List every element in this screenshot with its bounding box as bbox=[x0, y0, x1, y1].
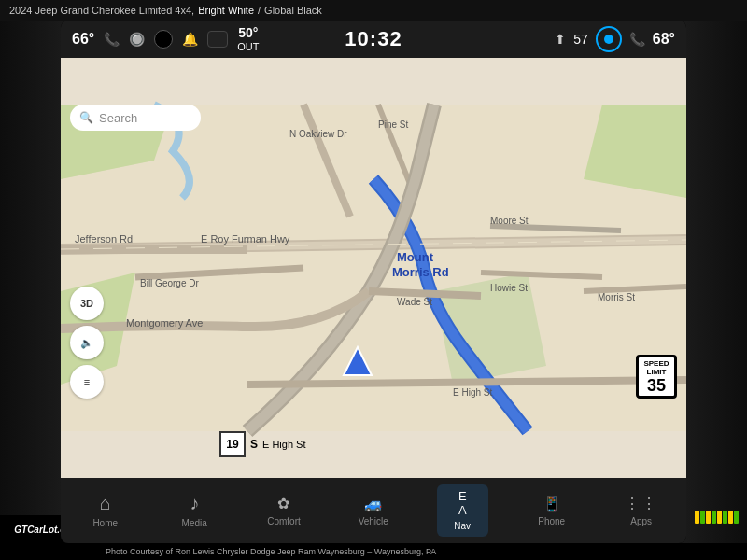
home-icon: ⌂ bbox=[100, 493, 111, 514]
phone-right-icon: 📞 bbox=[629, 32, 645, 47]
speed-limit-sign: SPEEDLIMIT 35 bbox=[636, 355, 677, 399]
comfort-icon: ✿ bbox=[277, 495, 289, 512]
top-bar: 2024 Jeep Grand Cherokee Limited 4x4, Br… bbox=[0, 0, 747, 21]
svg-text:Pine St: Pine St bbox=[378, 119, 408, 130]
route-direction: S bbox=[250, 438, 258, 451]
color1-label: Bright White bbox=[198, 5, 254, 16]
nav-label: Nav bbox=[454, 521, 471, 531]
svg-text:E High St: E High St bbox=[453, 387, 492, 398]
route-badge: 19 bbox=[219, 431, 246, 457]
vehicle-label: Vehicle bbox=[359, 516, 388, 526]
status-bar: 66° 📞 🔘 🔔 50° OUT 10:32 ⬆ 57 bbox=[61, 21, 686, 58]
nav-home[interactable]: ⌂ Home bbox=[79, 487, 131, 534]
svg-text:Wade St: Wade St bbox=[397, 297, 432, 307]
status-center: 10:32 bbox=[273, 27, 473, 51]
nav-apps[interactable]: ⋮⋮ Apps bbox=[615, 489, 668, 532]
route-sign: 19 S E High St bbox=[219, 431, 305, 457]
right-panel bbox=[686, 21, 747, 543]
outside-temp-value: 50° bbox=[238, 26, 258, 40]
photo-credit-text: Photo Courtesy of Ron Lewis Chrysler Dod… bbox=[106, 547, 436, 556]
volume-button[interactable]: 🔈 bbox=[70, 326, 104, 359]
vehicle-title: 2024 Jeep Grand Cherokee Limited 4x4, bbox=[9, 5, 194, 16]
volume-icon: 🔈 bbox=[80, 337, 93, 349]
search-icon: 🔍 bbox=[79, 111, 93, 124]
time-display: 10:32 bbox=[345, 27, 402, 51]
speed-value: 57 bbox=[573, 32, 588, 47]
3d-button[interactable]: 3D bbox=[70, 287, 104, 320]
speed-limit-label: SPEEDLIMIT bbox=[639, 359, 674, 377]
speed-limit-value: 35 bbox=[639, 377, 674, 394]
menu-button[interactable]: ≡ bbox=[70, 365, 104, 399]
svg-text:Montgomery Ave: Montgomery Ave bbox=[126, 317, 203, 329]
search-bar[interactable]: 🔍 Search bbox=[70, 105, 201, 131]
temp-right: 68° bbox=[653, 31, 675, 48]
status-left: 66° 📞 🔘 🔔 50° OUT bbox=[72, 26, 273, 51]
svg-text:Jefferson Rd: Jefferson Rd bbox=[75, 233, 133, 245]
svg-text:Moore St: Moore St bbox=[490, 216, 529, 226]
map-area: Jefferson Rd E Roy Furman Hwy Bill Georg… bbox=[61, 58, 686, 478]
bell-icon: 🔔 bbox=[182, 32, 198, 47]
apps-icon: ⋮⋮ bbox=[625, 495, 658, 512]
svg-text:N Oakview Dr: N Oakview Dr bbox=[289, 129, 347, 139]
svg-text:Morris Rd: Morris Rd bbox=[392, 265, 449, 279]
media-icon: ♪ bbox=[190, 493, 199, 514]
settings-rect bbox=[207, 31, 228, 48]
color2-label: Global Black bbox=[264, 5, 322, 16]
steering-icon: 🔘 bbox=[129, 32, 145, 47]
speed-icon: ⬆ bbox=[555, 32, 566, 47]
comfort-label: Comfort bbox=[267, 516, 301, 526]
phone-nav-icon: 📱 bbox=[543, 495, 561, 512]
circle-icon bbox=[154, 30, 173, 49]
route-number: 19 bbox=[226, 438, 238, 451]
outside-temp-label: OUT bbox=[237, 41, 259, 52]
phone-icon: 📞 bbox=[104, 32, 120, 47]
nav-nav[interactable]: EA Nav bbox=[437, 484, 488, 537]
infotainment-screen: 66° 📞 🔘 🔔 50° OUT 10:32 ⬆ 57 bbox=[61, 21, 686, 543]
alexa-icon[interactable] bbox=[596, 26, 622, 52]
nav-e-a-icon: EA bbox=[458, 490, 467, 517]
search-placeholder: Search bbox=[99, 111, 137, 125]
outside-temp: 50° OUT bbox=[237, 26, 259, 51]
nav-vehicle[interactable]: 🚙 Vehicle bbox=[347, 489, 399, 532]
alexa-inner bbox=[604, 35, 613, 44]
photo-credit-bar: GTCarLot.com Photo Courtesy of Ron Lewis… bbox=[0, 543, 747, 560]
svg-text:Howie St: Howie St bbox=[490, 283, 528, 293]
apps-label: Apps bbox=[630, 516, 652, 526]
menu-icon: ≡ bbox=[84, 376, 90, 387]
status-right: ⬆ 57 📞 68° bbox=[474, 26, 675, 52]
separator: / bbox=[258, 5, 261, 16]
map-controls-left: 3D 🔈 ≡ bbox=[70, 287, 104, 399]
route-street: E High St bbox=[262, 439, 305, 450]
3d-label: 3D bbox=[80, 298, 93, 309]
nav-media[interactable]: ♪ Media bbox=[169, 487, 220, 534]
svg-text:E Roy Furman Hwy: E Roy Furman Hwy bbox=[201, 233, 290, 245]
nav-phone[interactable]: 📱 Phone bbox=[526, 489, 577, 532]
temp-left: 66° bbox=[72, 31, 94, 48]
vehicle-icon: 🚙 bbox=[364, 495, 383, 512]
home-label: Home bbox=[92, 518, 118, 528]
watermark-stripes bbox=[686, 508, 747, 526]
svg-text:Bill George Dr: Bill George Dr bbox=[140, 278, 199, 288]
nav-comfort[interactable]: ✿ Comfort bbox=[258, 489, 310, 532]
bottom-nav: ⌂ Home ♪ Media ✿ Comfort 🚙 Vehicle EA Na… bbox=[61, 478, 686, 543]
media-label: Media bbox=[182, 518, 207, 528]
svg-line-14 bbox=[247, 380, 686, 385]
phone-label: Phone bbox=[538, 516, 565, 526]
svg-line-11 bbox=[369, 291, 481, 296]
svg-text:Morris St: Morris St bbox=[598, 292, 635, 302]
svg-text:Mount: Mount bbox=[397, 250, 434, 264]
left-panel bbox=[0, 21, 61, 543]
